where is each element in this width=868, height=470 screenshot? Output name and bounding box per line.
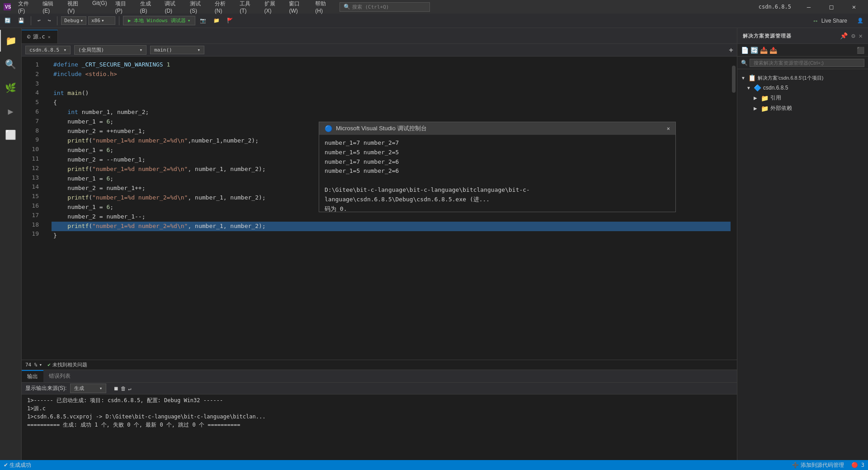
tab-output[interactable]: 输出	[22, 370, 43, 382]
tab-errors[interactable]: 错误列表	[43, 370, 76, 382]
no-problems-text: 未找到相关问题	[52, 361, 87, 368]
menu-build[interactable]: 生成(B)	[137, 0, 160, 15]
platform-dropdown-arrow: ▾	[101, 18, 104, 24]
tree-item-project[interactable]: ▼ 🔷 csdn.6.8.5	[737, 83, 868, 93]
menu-help[interactable]: 帮助(H)	[311, 0, 336, 15]
activity-extensions[interactable]: ⬜	[0, 124, 22, 146]
rp-btn-2[interactable]: 🔄	[750, 47, 758, 54]
menu-view[interactable]: 视图(V)	[64, 0, 88, 15]
code-line-5: {	[52, 98, 731, 108]
editor-scrollbar-thumb[interactable]	[732, 66, 736, 93]
debug-line-3: number_1=7 number_2=6	[325, 157, 670, 167]
activity-git[interactable]: 🌿	[0, 77, 22, 99]
activity-debug[interactable]: ▶	[0, 100, 22, 122]
rp-btn-4[interactable]: 📤	[769, 47, 777, 54]
right-panel-close[interactable]: ✕	[859, 32, 863, 39]
feedback-button[interactable]: 👤	[854, 17, 866, 24]
solution-search-input[interactable]	[750, 59, 864, 67]
tree-icon-references: 📁	[761, 95, 769, 102]
solution-tree: ▼ 📋 解决方案'csdn.6.8.5'(1个项目) ▼ 🔷 csdn.6.8.…	[737, 69, 868, 460]
file-scope-label: csdn.6.8.5	[29, 47, 59, 53]
menu-extensions[interactable]: 扩展(X)	[261, 0, 285, 15]
tree-item-external[interactable]: ▶ 📁 外部依赖	[737, 103, 868, 114]
output-toolbar-btns: ⏹ 🗑 ↵	[113, 385, 131, 392]
debug-console-header: 🔵 Microsoft Visual Studio 调试控制台 ✕	[319, 122, 675, 135]
line-num-1: 1	[22, 60, 39, 70]
tree-item-solution[interactable]: ▼ 📋 解决方案'csdn.6.8.5'(1个项目)	[737, 73, 868, 83]
redo-button[interactable]: ↪	[45, 17, 54, 24]
toolbar-btn-folder[interactable]: 📁	[211, 17, 222, 24]
config-dropdown[interactable]: Debug ▾	[61, 16, 86, 25]
line-num-19: 19	[22, 229, 39, 239]
build-success-status: ✔ 生成成功	[4, 461, 31, 469]
error-count[interactable]: 🔴 3	[851, 462, 864, 468]
output-wrap-btn[interactable]: ↵	[128, 385, 131, 392]
line-num-8: 8	[22, 126, 39, 136]
right-panel-pin[interactable]: 📌	[840, 32, 848, 39]
tab-close-button[interactable]: ✕	[48, 34, 51, 39]
line-num-7: 7	[22, 117, 39, 126]
output-clear-btn[interactable]: 🗑	[121, 385, 126, 392]
tree-label-references: 引用	[770, 94, 781, 102]
platform-dropdown[interactable]: x86 ▾	[88, 16, 115, 25]
activity-explorer[interactable]: 📁	[0, 30, 22, 52]
output-source-dropdown[interactable]: 生成 ▾	[70, 384, 106, 393]
output-line-4: ========== 生成: 成功 1 个, 失败 0 个, 最新 0 个, 跳…	[27, 421, 731, 429]
close-button[interactable]: ✕	[844, 0, 864, 14]
live-share-button[interactable]: ↔ Live Share	[807, 15, 853, 26]
tree-item-references[interactable]: ▶ 📁 引用	[737, 93, 868, 103]
toolbar-btn-flag[interactable]: 🚩	[224, 17, 236, 24]
svg-text:VS: VS	[5, 5, 11, 9]
output-stop-btn[interactable]: ⏹	[113, 385, 119, 392]
global-scope-dropdown[interactable]: (全局范围) ▾	[74, 45, 146, 55]
window-title: csdn.6.8.5	[759, 4, 791, 10]
line-num-3: 3	[22, 79, 39, 89]
toolbar-btn-cam[interactable]: 📷	[197, 17, 209, 24]
editor-col-toolbar: csdn.6.8.5 ▾ (全局范围) ▾ main() ▾ +	[22, 44, 737, 57]
zoom-dropdown-arrow[interactable]: ▾	[39, 362, 42, 368]
minimize-button[interactable]: —	[798, 0, 819, 14]
menu-analyze[interactable]: 分析(N)	[211, 0, 236, 15]
menu-project[interactable]: 项目(P)	[112, 0, 136, 15]
debug-console-close[interactable]: ✕	[667, 125, 670, 132]
save-button[interactable]: 💾	[15, 17, 27, 24]
line-num-10: 10	[22, 145, 39, 154]
line-num-12: 12	[22, 164, 39, 173]
undo-button[interactable]: ↩	[35, 17, 43, 24]
activity-search[interactable]: 🔍	[0, 53, 22, 75]
menu-git[interactable]: Git(G)	[89, 0, 111, 15]
title-search-placeholder: 搜索 (Ctrl+Q)	[352, 4, 389, 10]
output-panel: 输出 错误列表 显示输出来源(S): 生成 ▾ ⏹ 🗑 ↵ 1>------ 已…	[22, 370, 737, 460]
menu-edit[interactable]: 编辑(E)	[39, 0, 63, 15]
code-line-1: #define _CRT_SECURE_NO_WARNINGS 1	[52, 60, 731, 70]
right-panel-controls: 📌 ⚙ ✕	[840, 32, 863, 39]
right-panel: 解决方案资源管理器 📌 ⚙ ✕ 📄 🔄 📥 📤 ⬛ 🔍 ▼ 📋 解决方案'csd…	[737, 28, 868, 460]
line-num-13: 13	[22, 173, 39, 183]
rp-btn-1[interactable]: 📄	[741, 47, 749, 54]
search-solution: 🔍	[737, 57, 868, 69]
rp-btn-5[interactable]: ⬛	[857, 47, 864, 54]
file-scope-dropdown[interactable]: csdn.6.8.5 ▾	[25, 46, 71, 54]
add-source-control[interactable]: ➕ 添加到源代码管理	[792, 461, 844, 469]
rp-btn-3[interactable]: 📥	[760, 47, 768, 54]
new-file-button[interactable]: 🔄	[2, 17, 14, 24]
maximize-button[interactable]: □	[821, 0, 842, 14]
tab-source-c[interactable]: © 源.c ✕	[22, 30, 58, 43]
menu-test[interactable]: 测试(S)	[186, 0, 210, 15]
right-panel-settings[interactable]: ⚙	[851, 32, 855, 39]
line-num-14: 14	[22, 182, 39, 192]
editor-scrollbar[interactable]	[731, 57, 737, 360]
tree-arrow-solution: ▼	[741, 76, 746, 81]
menu-debug[interactable]: 调试(D)	[161, 0, 185, 15]
add-icon[interactable]: +	[729, 46, 733, 54]
output-source-arrow: ▾	[99, 385, 103, 391]
line-num-9: 9	[22, 135, 39, 145]
menu-tools[interactable]: 工具(T)	[236, 0, 259, 15]
menu-window[interactable]: 窗口(W)	[285, 0, 311, 15]
run-button[interactable]: ▶ 本地 Windows 调试器 ▾	[123, 16, 195, 25]
function-scope-dropdown[interactable]: main() ▾	[150, 46, 204, 54]
output-tabs: 输出 错误列表	[22, 370, 737, 383]
menu-file[interactable]: 文件(F)	[14, 0, 38, 15]
debug-line-5	[325, 176, 670, 185]
tree-icon-project: 🔷	[754, 84, 761, 91]
